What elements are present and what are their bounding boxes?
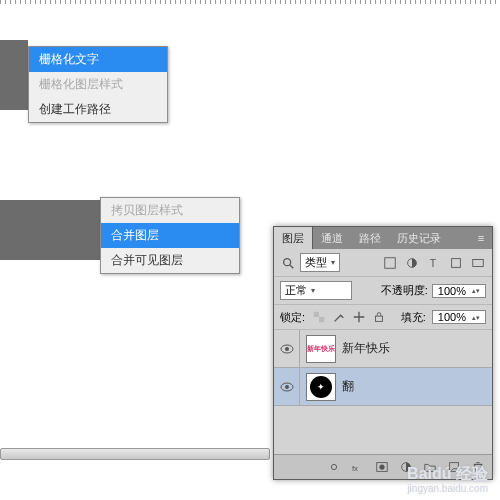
- layer-list: 新年快乐 新年快乐 ✦ 翻: [274, 330, 492, 454]
- tab-layers[interactable]: 图层: [274, 227, 313, 249]
- blend-row: 正常 ▾ 不透明度: 100% ▴▾: [274, 277, 492, 305]
- svg-rect-6: [473, 259, 484, 266]
- menu-item-merge-layers[interactable]: 合并图层: [101, 223, 239, 248]
- svg-rect-5: [452, 258, 461, 267]
- chevron-down-icon: ▾: [311, 286, 315, 295]
- kind-select[interactable]: 类型 ▾: [300, 253, 340, 272]
- context-menu-text: 栅格化文字 栅格化图层样式 创建工作路径: [28, 46, 168, 123]
- lock-row: 锁定: 填充: 100% ▴▾: [274, 305, 492, 330]
- chevron-down-icon: ▾: [331, 258, 335, 267]
- layer-row[interactable]: 新年快乐 新年快乐: [274, 330, 492, 368]
- watermark: Baidú 经验 jingyan.baidu.com: [407, 465, 488, 494]
- layer-thumbnail: ✦: [306, 373, 336, 401]
- spinner-arrows-icon: ▴▾: [469, 288, 483, 293]
- context-menu-layer: 拷贝图层样式 合并图层 合并可见图层: [100, 197, 240, 274]
- menu-item-create-work-path[interactable]: 创建工作路径: [29, 97, 167, 122]
- svg-text:T: T: [430, 256, 437, 268]
- svg-point-16: [379, 464, 384, 469]
- mask-icon[interactable]: [374, 459, 390, 475]
- svg-point-13: [285, 385, 289, 389]
- lock-position-icon[interactable]: [351, 309, 367, 325]
- opacity-spinner[interactable]: 100% ▴▾: [432, 284, 486, 298]
- svg-rect-2: [385, 257, 396, 268]
- menu-item-truncated: 拷贝图层样式: [101, 198, 239, 223]
- opacity-label: 不透明度:: [381, 283, 428, 298]
- svg-line-1: [290, 264, 294, 268]
- opacity-value: 100%: [435, 285, 469, 297]
- layer-thumbnail: 新年快乐: [306, 335, 336, 363]
- watermark-brand: Baidú 经验: [407, 465, 488, 483]
- search-icon[interactable]: [280, 255, 296, 271]
- kind-label: 类型: [305, 255, 327, 270]
- layer-name: 翻: [342, 378, 354, 395]
- scrollbar-horizontal[interactable]: [0, 448, 270, 460]
- layer-name: 新年快乐: [342, 340, 390, 357]
- svg-text:fx: fx: [352, 464, 358, 473]
- panel-menu-icon[interactable]: ≡: [470, 227, 492, 249]
- fx-icon[interactable]: fx: [350, 459, 366, 475]
- menu-item-rasterize-style: 栅格化图层样式: [29, 72, 167, 97]
- svg-rect-7: [314, 312, 319, 317]
- svg-point-11: [285, 347, 289, 351]
- filter-row: 类型 ▾ T: [274, 249, 492, 277]
- svg-point-0: [284, 258, 291, 265]
- spinner-arrows-icon: ▴▾: [469, 315, 483, 320]
- menu-item-rasterize-text[interactable]: 栅格化文字: [29, 47, 167, 72]
- link-layers-icon[interactable]: [326, 459, 342, 475]
- panel-tabs: 图层 通道 路径 历史记录 ≡: [274, 227, 492, 249]
- filter-smart-icon[interactable]: [470, 255, 486, 271]
- fill-value: 100%: [435, 311, 469, 323]
- tab-channels[interactable]: 通道: [313, 227, 351, 249]
- layers-panel: 图层 通道 路径 历史记录 ≡ 类型 ▾ T 正常 ▾ 不透明度: 100% ▴…: [273, 226, 493, 480]
- menu-item-merge-visible[interactable]: 合并可见图层: [101, 248, 239, 273]
- canvas-edge: [0, 40, 28, 110]
- visibility-icon[interactable]: [274, 368, 300, 405]
- fill-spinner[interactable]: 100% ▴▾: [432, 310, 486, 324]
- svg-rect-9: [376, 316, 383, 321]
- layer-row[interactable]: ✦ 翻: [274, 368, 492, 406]
- lock-pixels-icon[interactable]: [331, 309, 347, 325]
- watermark-url: jingyan.baidu.com: [407, 483, 488, 494]
- filter-pixel-icon[interactable]: [382, 255, 398, 271]
- svg-rect-8: [319, 317, 324, 322]
- blend-mode-value: 正常: [285, 283, 307, 298]
- visibility-icon[interactable]: [274, 330, 300, 367]
- canvas-edge: [0, 200, 100, 260]
- blend-mode-select[interactable]: 正常 ▾: [280, 281, 352, 300]
- lock-transparent-icon[interactable]: [311, 309, 327, 325]
- filter-adjust-icon[interactable]: [404, 255, 420, 271]
- lock-label: 锁定:: [280, 310, 305, 325]
- fill-label: 填充:: [401, 310, 426, 325]
- tab-history[interactable]: 历史记录: [389, 227, 449, 249]
- lock-all-icon[interactable]: [371, 309, 387, 325]
- filter-type-icon[interactable]: T: [426, 255, 442, 271]
- filter-shape-icon[interactable]: [448, 255, 464, 271]
- tab-paths[interactable]: 路径: [351, 227, 389, 249]
